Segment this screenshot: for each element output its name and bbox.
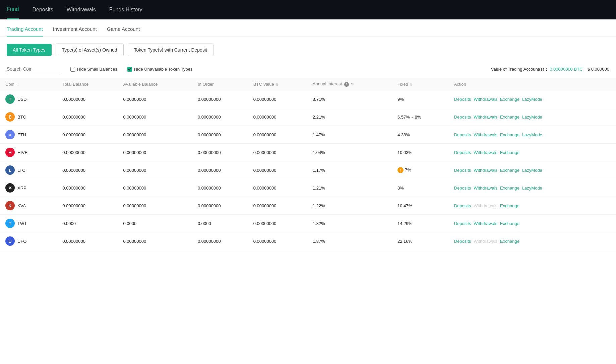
action-cell-twt: DepositsWithdrawalsExchange [449, 215, 616, 232]
value-summary: Value of Trading Account(s)： 0.00000000 … [491, 66, 609, 72]
available-balance-ufo: 0.00000000 [118, 232, 192, 250]
action-exchange-ufo[interactable]: Exchange [500, 239, 519, 244]
coin-label-kva: KVA [17, 203, 26, 208]
fixed-twt: 14.29% [392, 215, 449, 232]
annual-interest-info-icon[interactable]: ? [344, 82, 349, 87]
total-balance-ufo: 0.00000000 [57, 232, 118, 250]
action-deposits-hive[interactable]: Deposits [454, 150, 471, 155]
tab-trading[interactable]: Trading Account [7, 26, 43, 37]
th-total-balance: Total Balance [57, 78, 118, 90]
coin-label-twt: TWT [17, 221, 27, 226]
fixed-hive: 10.03% [392, 144, 449, 161]
action-withdrawals-ufo[interactable]: Withdrawals [474, 239, 497, 244]
coin-icon-btc: ₿ [5, 112, 15, 122]
action-withdrawals-usdt[interactable]: Withdrawals [474, 97, 497, 102]
hide-small-balances-checkbox[interactable] [70, 67, 75, 72]
coin-label-xrp: XRP [17, 186, 26, 191]
action-deposits-xrp[interactable]: Deposits [454, 186, 471, 191]
action-withdrawals-ltc[interactable]: Withdrawals [474, 168, 497, 173]
action-deposits-ufo[interactable]: Deposits [454, 239, 471, 244]
btc-value-sort-icon: ⇅ [276, 83, 279, 86]
hide-small-balances-text: Hide Small Balances [77, 67, 117, 72]
coin-label-ltc: LTC [17, 168, 25, 173]
annual-interest-sort-icon: ⇅ [351, 82, 354, 86]
action-exchange-btc[interactable]: Exchange [500, 115, 519, 120]
table-row: ✕ XRP 0.000000000.000000000.000000000.00… [0, 179, 616, 197]
account-tabs: Trading Account Investment Account Game … [0, 19, 616, 37]
action-lazymode-ltc[interactable]: LazyMode [522, 168, 542, 173]
action-deposits-twt[interactable]: Deposits [454, 221, 471, 226]
action-deposits-eth[interactable]: Deposits [454, 132, 471, 137]
hide-unavailable-label[interactable]: Hide Unavailable Token Types [127, 67, 192, 72]
action-exchange-ltc[interactable]: Exchange [500, 168, 519, 173]
total-balance-twt: 0.0000 [57, 215, 118, 232]
filter-row: All Token Types Type(s) of Asset(s) Owne… [0, 37, 616, 63]
total-balance-hive: 0.00000000 [57, 144, 118, 161]
coin-sort-icon: ⇅ [16, 83, 19, 86]
action-cell-eth: DepositsWithdrawalsExchangeLazyMode [449, 126, 616, 144]
coin-cell-btc: ₿ BTC [0, 108, 57, 126]
action-cell-ltc: DepositsWithdrawalsExchangeLazyMode [449, 161, 616, 179]
action-exchange-usdt[interactable]: Exchange [500, 97, 519, 102]
action-deposits-btc[interactable]: Deposits [454, 115, 471, 120]
available-balance-xrp: 0.00000000 [118, 179, 192, 197]
tab-investment[interactable]: Investment Account [53, 26, 97, 37]
action-withdrawals-twt[interactable]: Withdrawals [474, 221, 497, 226]
fixed-eth: 4.38% [392, 126, 449, 144]
action-exchange-eth[interactable]: Exchange [500, 132, 519, 137]
nav-fund[interactable]: Fund [7, 0, 19, 19]
nav-funds-history[interactable]: Funds History [109, 1, 142, 19]
action-lazymode-usdt[interactable]: LazyMode [522, 97, 542, 102]
search-input[interactable] [7, 65, 60, 73]
fixed-xrp: 8% [392, 179, 449, 197]
th-btc-value[interactable]: BTC Value ⇅ [248, 78, 307, 90]
action-withdrawals-kva[interactable]: Withdrawals [474, 203, 497, 208]
coin-cell-xrp: ✕ XRP [0, 179, 57, 197]
action-deposits-kva[interactable]: Deposits [454, 203, 471, 208]
table-row: K KVA 0.000000000.000000000.000000000.00… [0, 197, 616, 215]
tab-game[interactable]: Game Account [107, 26, 140, 37]
coin-icon-ltc: Ł [5, 165, 15, 175]
coin-icon-kva: K [5, 201, 15, 210]
action-deposits-ltc[interactable]: Deposits [454, 168, 471, 173]
coin-table: Coin ⇅ Total Balance Available Balance I… [0, 78, 616, 250]
nav-deposits[interactable]: Deposits [32, 1, 53, 19]
hide-small-balances-label[interactable]: Hide Small Balances [70, 67, 117, 72]
action-lazymode-eth[interactable]: LazyMode [522, 132, 542, 137]
hide-unavailable-checkbox[interactable] [127, 67, 132, 72]
coin-icon-ufo: U [5, 236, 15, 246]
action-exchange-twt[interactable]: Exchange [500, 221, 519, 226]
filter-with-deposit[interactable]: Token Type(s) with Current Deposit [128, 44, 213, 56]
action-withdrawals-xrp[interactable]: Withdrawals [474, 186, 497, 191]
coin-table-wrapper: Coin ⇅ Total Balance Available Balance I… [0, 78, 616, 250]
coin-icon-usdt: T [5, 94, 15, 104]
table-row: ♦ ETH 0.000000000.000000000.000000000.00… [0, 126, 616, 144]
in-order-kva: 0.00000000 [192, 197, 248, 215]
action-lazymode-xrp[interactable]: LazyMode [522, 186, 542, 191]
coin-label-usdt: USDT [17, 97, 29, 102]
nav-withdrawals[interactable]: Withdrawals [67, 1, 96, 19]
coin-cell-hive: H HIVE [0, 144, 57, 161]
action-deposits-usdt[interactable]: Deposits [454, 97, 471, 102]
action-withdrawals-eth[interactable]: Withdrawals [474, 132, 497, 137]
th-fixed[interactable]: Fixed ⇅ [392, 78, 449, 90]
btc-value-usdt: 0.00000000 [248, 90, 307, 108]
action-exchange-kva[interactable]: Exchange [500, 203, 519, 208]
coin-label-hive: HIVE [17, 150, 27, 155]
filter-all-token[interactable]: All Token Types [7, 44, 52, 56]
action-lazymode-btc[interactable]: LazyMode [522, 115, 542, 120]
coin-icon-eth: ♦ [5, 130, 15, 139]
action-exchange-hive[interactable]: Exchange [500, 150, 519, 155]
th-coin[interactable]: Coin ⇅ [0, 78, 57, 90]
btc-value-btc: 0.00000000 [248, 108, 307, 126]
annual-interest-btc: 2.21% [307, 108, 392, 126]
action-withdrawals-btc[interactable]: Withdrawals [474, 115, 497, 120]
action-withdrawals-hive[interactable]: Withdrawals [474, 150, 497, 155]
action-exchange-xrp[interactable]: Exchange [500, 186, 519, 191]
filter-owned[interactable]: Type(s) of Asset(s) Owned [56, 44, 124, 56]
th-annual-interest[interactable]: Annual Interest ? ⇅ [307, 78, 392, 90]
th-in-order: In Order [192, 78, 248, 90]
coin-cell-usdt: T USDT [0, 90, 57, 108]
coin-cell-ufo: U UFO [0, 232, 57, 250]
btc-value-kva: 0.00000000 [248, 197, 307, 215]
